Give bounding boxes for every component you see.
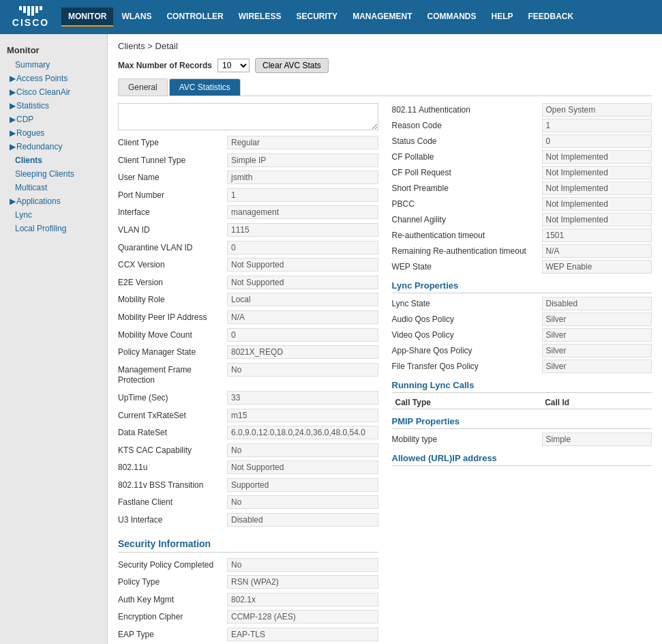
general-field-label-9: Mobility Role (118, 293, 227, 308)
lync-field-row: App-Share Qos Policy Silver (392, 344, 652, 357)
general-field-label-10: Mobility Peer IP Address (118, 310, 227, 325)
nav-item-help[interactable]: HELP (484, 8, 520, 27)
lync-table-header-call-type: Call Type (392, 396, 542, 409)
general-field-value-13: No (227, 363, 378, 377)
lync-field-value-2: Silver (542, 328, 652, 342)
tab-avc-statistics[interactable]: AVC Statistics (169, 78, 241, 96)
sidebar: Monitor Summary ▶ Access Points ▶ Cisco … (0, 34, 108, 644)
lync-table-header-call-id: Call Id (541, 396, 652, 409)
sidebar-item-multicast[interactable]: Multicast (0, 181, 107, 194)
right-field-value-10: WEP Enable (542, 260, 652, 274)
sidebar-item-rogues[interactable]: ▶ Rogues (0, 126, 107, 140)
general-field-value-1: Simple IP (227, 153, 378, 167)
general-field-row: User Name jsmith (118, 171, 378, 186)
right-field-label-6: PBCC (392, 197, 542, 211)
general-field-label-12: Policy Manager State (118, 345, 227, 360)
general-field-row: Fastlane Client No (118, 495, 378, 510)
sidebar-item-redundancy[interactable]: ▶ Redundancy (0, 140, 107, 153)
tabs-container: General AVC Statistics (118, 78, 652, 96)
right-field-value-6: Not Implemented (542, 197, 652, 211)
general-field-label-8: E2E Version (118, 276, 227, 291)
right-field-label-2: Status Code (392, 134, 542, 148)
max-records-label: Max Number of Records (118, 61, 212, 70)
security-field-value-1: RSN (WPA2) (227, 575, 378, 589)
running-lync-table: Call Type Call Id (392, 396, 652, 409)
sidebar-arrow-access-points: ▶ (10, 74, 16, 83)
nav-link-wlans[interactable]: WLANs (115, 8, 158, 25)
sidebar-item-applications[interactable]: ▶ Applications (0, 194, 107, 208)
sidebar-item-clients[interactable]: Clients (0, 153, 107, 167)
right-field-label-9: Remaining Re-authentication timeout (392, 244, 542, 258)
general-field-value-4: management (227, 205, 378, 219)
nav-item-security[interactable]: SECURITY (289, 8, 344, 27)
security-section: Security Information Security Policy Com… (118, 538, 378, 644)
security-field-value-3: CCMP-128 (AES) (227, 610, 378, 624)
right-field-label-10: WEP State (392, 260, 542, 274)
max-records-select[interactable]: 10 25 50 100 (217, 59, 250, 72)
nav-link-monitor[interactable]: MONITOR (61, 8, 113, 27)
lync-fields: Lync State Disabled Audio Qos Policy Sil… (392, 297, 652, 373)
general-field-label-5: VLAN ID (118, 223, 227, 238)
nav-link-help[interactable]: HELP (484, 8, 520, 25)
sidebar-item-summary[interactable]: Summary (0, 58, 107, 72)
sidebar-item-statistics[interactable]: ▶ Statistics (0, 99, 107, 113)
general-field-row: Interface management (118, 205, 378, 220)
sidebar-item-cdp[interactable]: ▶ CDP (0, 113, 107, 126)
nav-link-controller[interactable]: CONTROLLER (160, 8, 230, 25)
lync-properties-title: Lync Properties (392, 280, 652, 293)
nav-link-wireless[interactable]: WIRELESS (232, 8, 288, 25)
general-field-value-21: Disabled (227, 513, 378, 527)
top-navigation: CISCO MONITOR WLANs CONTROLLER WIRELESS … (0, 0, 662, 34)
right-field-row: Remaining Re-authentication timeout N/A (392, 244, 652, 258)
sidebar-item-lync[interactable]: Lync (0, 208, 107, 222)
main-layout: Monitor Summary ▶ Access Points ▶ Cisco … (0, 34, 662, 644)
right-field-row: Reason Code 1 (392, 119, 652, 132)
general-field-row: Mobility Peer IP Address N/A (118, 310, 378, 325)
right-field-row: CF Pollable Not Implemented (392, 150, 652, 164)
nav-link-security[interactable]: SECURITY (289, 8, 344, 25)
nav-link-management[interactable]: MANAGEMENT (346, 8, 419, 25)
tab-general[interactable]: General (118, 78, 168, 96)
general-field-label-16: Data RateSet (118, 426, 227, 441)
nav-item-feedback[interactable]: FEEDBACK (521, 8, 580, 27)
notes-textarea[interactable] (118, 103, 378, 130)
security-field-label-3: Encryption Cipher (118, 610, 227, 625)
sidebar-label-statistics: Statistics (16, 101, 49, 111)
general-field-label-17: KTS CAC Capability (118, 443, 227, 458)
right-column: 802.11 Authentication Open System Reason… (392, 103, 652, 644)
right-field-label-3: CF Pollable (392, 150, 542, 164)
clear-avc-stats-button[interactable]: Clear AVC Stats (255, 58, 329, 73)
left-column: Client Type Regular Client Tunnel Type S… (118, 103, 378, 644)
nav-item-monitor[interactable]: MONITOR (61, 8, 113, 27)
sidebar-item-access-points[interactable]: ▶ Access Points (0, 72, 107, 85)
lync-field-label-3: App-Share Qos Policy (392, 344, 542, 357)
general-field-value-5: 1115 (227, 223, 378, 237)
sidebar-item-local-profiling[interactable]: Local Profiling (0, 222, 107, 235)
nav-item-controller[interactable]: CONTROLLER (160, 8, 230, 27)
sidebar-arrow-cdp: ▶ (10, 115, 16, 124)
sidebar-item-cisco-cleanair[interactable]: ▶ Cisco CleanAir (0, 85, 107, 99)
sidebar-item-sleeping-clients[interactable]: Sleeping Clients (0, 167, 107, 181)
nav-item-commands[interactable]: COMMANDS (420, 8, 483, 27)
nav-item-wireless[interactable]: WIRELESS (232, 8, 288, 27)
nav-link-feedback[interactable]: FEEDBACK (521, 8, 580, 25)
general-field-value-3: 1 (227, 188, 378, 202)
general-fields: Client Type Regular Client Tunnel Type S… (118, 136, 378, 528)
nav-item-wlans[interactable]: WLANs (115, 8, 158, 27)
lync-field-row: Video Qos Policy Silver (392, 328, 652, 342)
general-field-label-14: UpTime (Sec) (118, 391, 227, 406)
nav-item-management[interactable]: MANAGEMENT (346, 8, 419, 27)
security-field-row: Auth Key Mgmt 802.1x (118, 593, 378, 608)
general-field-label-1: Client Tunnel Type (118, 153, 227, 169)
nav-link-commands[interactable]: COMMANDS (420, 8, 483, 25)
lync-field-row: Audio Qos Policy Silver (392, 312, 652, 326)
right-field-row: PBCC Not Implemented (392, 197, 652, 211)
content-area: Clients > Detail Max Number of Records 1… (108, 34, 662, 644)
general-field-label-11: Mobility Move Count (118, 328, 227, 343)
general-field-value-15: m15 (227, 409, 378, 422)
general-field-row: Client Tunnel Type Simple IP (118, 153, 378, 169)
lync-field-row: Lync State Disabled (392, 297, 652, 310)
cisco-logo: CISCO (7, 6, 55, 28)
general-field-value-14: 33 (227, 391, 378, 405)
general-field-row: CCX Version Not Supported (118, 258, 378, 273)
